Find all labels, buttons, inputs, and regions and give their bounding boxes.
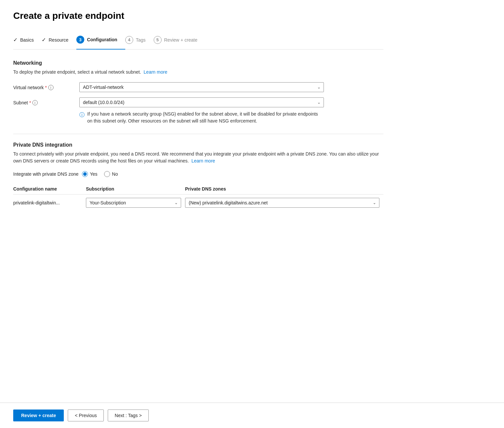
required-star-subnet: * bbox=[29, 100, 31, 105]
next-button[interactable]: Next : Tags > bbox=[108, 410, 149, 421]
wizard-step-basics[interactable]: ✓ Basics bbox=[13, 33, 42, 48]
step-tags-label: Tags bbox=[136, 37, 146, 43]
section-divider-1 bbox=[13, 134, 383, 134]
dns-no-label: No bbox=[112, 171, 118, 177]
step-basics-label: Basics bbox=[20, 37, 34, 43]
subnet-row: Subnet * i default (10.0.0.0/24) ⌄ ⓘ If … bbox=[13, 97, 383, 125]
subnet-dropdown-wrap: default (10.0.0.0/24) ⌄ ⓘ If you have a … bbox=[79, 97, 324, 125]
review-create-button[interactable]: Review + create bbox=[13, 410, 64, 421]
dns-yes-option[interactable]: Yes bbox=[82, 171, 97, 177]
col-subscription: Subscription bbox=[86, 184, 185, 195]
networking-title: Networking bbox=[13, 60, 383, 66]
dns-section-title: Private DNS integration bbox=[13, 142, 383, 148]
checkmark-icon: ✓ bbox=[13, 37, 18, 43]
wizard-steps: ✓ Basics ✓ Resource 3 Configuration 4 Ta… bbox=[13, 32, 383, 50]
virtual-network-info-icon[interactable]: i bbox=[48, 85, 54, 90]
virtual-network-dropdown-wrapper: ADT-virtual-network ⌄ bbox=[79, 82, 324, 92]
dns-integrate-row: Integrate with private DNS zone Yes No bbox=[13, 171, 383, 177]
subnet-dropdown-wrapper: default (10.0.0.0/24) ⌄ bbox=[79, 97, 324, 107]
dns-section: Private DNS integration To connect priva… bbox=[13, 142, 383, 211]
subscription-dropdown-wrapper: Your-Subscription ⌄ bbox=[86, 198, 181, 208]
subscription-cell: Your-Subscription ⌄ bbox=[86, 195, 185, 211]
dns-table-header: Configuration name Subscription Private … bbox=[13, 184, 383, 195]
dns-radio-options: Yes No bbox=[82, 171, 118, 177]
virtual-network-label: Virtual network * i bbox=[13, 82, 79, 90]
dns-zone-dropdown[interactable]: (New) privatelink.digitaltwins.azure.net bbox=[185, 198, 379, 208]
step-review-label: Review + create bbox=[164, 37, 198, 43]
dns-section-desc: To connect privately with your private e… bbox=[13, 151, 383, 164]
step-number-3: 3 bbox=[76, 36, 84, 44]
dns-yes-radio[interactable] bbox=[82, 171, 88, 177]
networking-learn-more[interactable]: Learn more bbox=[144, 69, 168, 75]
previous-button[interactable]: < Previous bbox=[68, 410, 104, 421]
bottom-bar: Review + create < Previous Next : Tags > bbox=[0, 403, 504, 428]
page-title: Create a private endpoint bbox=[13, 11, 383, 21]
wizard-step-tags[interactable]: 4 Tags bbox=[125, 32, 154, 49]
wizard-step-review[interactable]: 5 Review + create bbox=[154, 32, 206, 49]
config-name-cell: privatelink-digitaltwin... bbox=[13, 195, 86, 211]
nsg-info-text: If you have a network security group (NS… bbox=[87, 111, 324, 125]
step-resource-label: Resource bbox=[49, 37, 68, 43]
dns-table: Configuration name Subscription Private … bbox=[13, 184, 383, 211]
dns-zone-dropdown-wrapper: (New) privatelink.digitaltwins.azure.net… bbox=[185, 198, 379, 208]
dns-no-radio[interactable] bbox=[104, 171, 110, 177]
wizard-step-configuration[interactable]: 3 Configuration bbox=[76, 32, 125, 50]
virtual-network-dropdown-wrap: ADT-virtual-network ⌄ bbox=[79, 82, 324, 92]
subnet-label: Subnet * i bbox=[13, 97, 79, 105]
col-config-name: Configuration name bbox=[13, 184, 86, 195]
dns-learn-more[interactable]: Learn more bbox=[191, 158, 215, 163]
subscription-dropdown[interactable]: Your-Subscription bbox=[86, 198, 181, 208]
subnet-dropdown[interactable]: default (10.0.0.0/24) bbox=[79, 97, 324, 107]
step-number-5: 5 bbox=[154, 36, 162, 44]
col-dns-zones: Private DNS zones bbox=[185, 184, 383, 195]
networking-section: Networking To deploy the private endpoin… bbox=[13, 60, 383, 125]
step-number-4: 4 bbox=[125, 36, 133, 44]
checkmark-icon: ✓ bbox=[42, 37, 46, 43]
required-star: * bbox=[45, 85, 47, 90]
wizard-step-resource[interactable]: ✓ Resource bbox=[42, 33, 76, 48]
info-circle-icon: ⓘ bbox=[79, 111, 85, 119]
subnet-info-icon[interactable]: i bbox=[32, 100, 38, 105]
dns-zone-cell: (New) privatelink.digitaltwins.azure.net… bbox=[185, 195, 383, 211]
networking-desc: To deploy the private endpoint, select a… bbox=[13, 69, 383, 76]
virtual-network-row: Virtual network * i ADT-virtual-network … bbox=[13, 82, 383, 92]
step-configuration-label: Configuration bbox=[87, 37, 117, 42]
nsg-info-box: ⓘ If you have a network security group (… bbox=[79, 111, 324, 125]
virtual-network-dropdown[interactable]: ADT-virtual-network bbox=[79, 82, 324, 92]
dns-yes-label: Yes bbox=[90, 171, 97, 177]
table-row: privatelink-digitaltwin... Your-Subscrip… bbox=[13, 195, 383, 211]
dns-no-option[interactable]: No bbox=[104, 171, 118, 177]
dns-integrate-label: Integrate with private DNS zone bbox=[13, 171, 79, 177]
